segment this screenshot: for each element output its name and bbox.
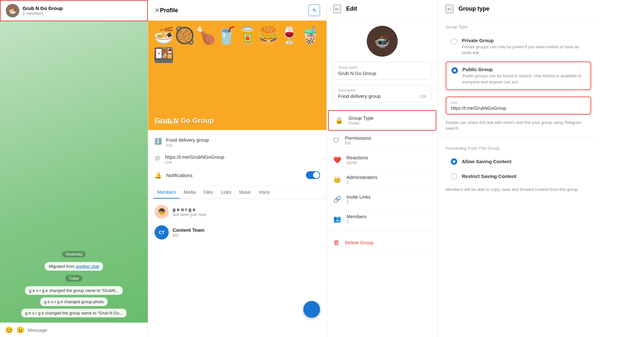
emoji-icon[interactable]: 😊 bbox=[5, 326, 13, 334]
edit-item-administrators[interactable]: 👑 Administrators 1 bbox=[327, 170, 438, 190]
chat-messages: Yesterday Migrated from another chat Tod… bbox=[0, 21, 148, 323]
group-type-panel: ← Group type Group Type Private Group Pr… bbox=[438, 0, 599, 337]
tab-media[interactable]: Media bbox=[180, 186, 200, 199]
public-group-title: Public Group bbox=[462, 67, 585, 72]
members-icon: 👥 bbox=[333, 215, 341, 223]
grouptype-divider bbox=[438, 136, 599, 137]
private-radio-content: Private Group Private groups can only be… bbox=[462, 38, 586, 56]
edit-item-invite-links[interactable]: 🔗 Invite Links 2 bbox=[327, 190, 438, 209]
tab-voice[interactable]: Voice bbox=[255, 186, 273, 199]
permissions-title: Permissions bbox=[345, 135, 431, 141]
invite-links-content: Invite Links 2 bbox=[346, 194, 431, 204]
permissions-icon: 🛡 bbox=[333, 137, 340, 144]
profile-info-link[interactable]: @ https://t.me/GrubNGoGroup Link bbox=[148, 151, 327, 168]
invite-links-title: Invite Links bbox=[346, 194, 431, 200]
another-chat-link[interactable]: another chat bbox=[76, 264, 99, 269]
admins-content: Administrators 1 bbox=[346, 174, 431, 185]
profile-close-button[interactable]: ✕ bbox=[155, 6, 160, 14]
public-radio-content: Public Group Public groups can be found … bbox=[462, 67, 585, 85]
chat-header[interactable]: 🍜 Grub N Go Group 2 members bbox=[0, 0, 148, 21]
profile-info-description: ℹ️ Food delivery group Info bbox=[148, 134, 327, 151]
day-label-yesterday: Yesterday bbox=[62, 251, 86, 257]
chat-bubble-3: g e o r g e changed the group name to "G… bbox=[21, 309, 127, 317]
grouptype-section: Group Type Private Group Private groups … bbox=[438, 18, 599, 94]
member-george[interactable]: 👦 g e o r g e last seen just now bbox=[148, 201, 327, 222]
edit-item-delete-group[interactable]: 🗑 Delete Group bbox=[327, 234, 438, 251]
edit-title: Edit bbox=[346, 5, 357, 12]
private-radio-circle bbox=[451, 38, 457, 45]
description-label: Info bbox=[166, 143, 209, 148]
tab-links[interactable]: Links bbox=[217, 186, 235, 199]
restrict-saving-option[interactable]: Restrict Saving Content bbox=[446, 169, 591, 183]
description-label: Description bbox=[338, 88, 426, 92]
description-value: Food delivery group bbox=[166, 137, 209, 143]
emoji-icon-2[interactable]: 😐 bbox=[16, 326, 24, 334]
profile-panel: ✕ Profile ✎ 🍜🥘🍗🥤🥫🍔🍷🧋🍱 Grub N Go Group 2 … bbox=[148, 0, 327, 337]
delete-content: Delete Group bbox=[345, 240, 431, 245]
edit-back-button[interactable]: ← bbox=[333, 5, 341, 13]
ct-avatar: CT bbox=[155, 225, 169, 239]
restrict-saving-radio bbox=[451, 173, 457, 180]
ct-info: Content Team bot bbox=[173, 227, 204, 238]
reactions-content: Reactions 40/40 bbox=[346, 155, 431, 165]
description-field[interactable]: Description Food delivery group 236 bbox=[333, 85, 431, 102]
notifications-toggle[interactable] bbox=[306, 171, 320, 179]
delete-icon: 🗑 bbox=[333, 239, 340, 246]
link-box-label: Link bbox=[451, 100, 586, 104]
public-group-desc: Public groups can be found in search, ch… bbox=[462, 73, 585, 85]
forwarding-hint: Members will be able to copy, save and f… bbox=[438, 187, 599, 198]
private-group-desc: Private groups can only be joined if you… bbox=[462, 44, 586, 56]
notifications-label: Notifications bbox=[166, 173, 193, 178]
tab-files[interactable]: Files bbox=[200, 186, 217, 199]
member-content-team[interactable]: CT Content Team bot bbox=[148, 222, 327, 243]
chat-input-bar: 😊 😐 bbox=[0, 323, 148, 337]
public-group-option[interactable]: Public Group Public groups can be found … bbox=[446, 61, 591, 90]
ct-status: bot bbox=[173, 233, 204, 238]
profile-title: Profile bbox=[160, 7, 178, 14]
reactions-icon: ❤️ bbox=[333, 156, 341, 164]
members-content: Members 2 bbox=[346, 214, 431, 224]
day-label-today: Today bbox=[65, 275, 82, 282]
edit-item-reactions[interactable]: ❤️ Reactions 40/40 bbox=[327, 150, 438, 170]
grouptype-header: ← Group type bbox=[438, 0, 599, 18]
description-value: Food delivery group bbox=[338, 93, 426, 99]
edit-list: 🔒 Group Type Public 🛡 Permissions 6/8 ❤️… bbox=[327, 110, 438, 251]
private-group-option[interactable]: Private Group Private groups can only be… bbox=[446, 33, 591, 60]
tab-members[interactable]: Members bbox=[153, 186, 180, 199]
group-type-sub: Public bbox=[348, 121, 429, 126]
tab-music[interactable]: Music bbox=[235, 186, 255, 199]
edit-item-group-type[interactable]: 🔒 Group Type Public bbox=[328, 110, 436, 131]
ct-name: Content Team bbox=[173, 227, 204, 233]
group-name-field[interactable]: Group name Grub N Go Group bbox=[333, 62, 431, 80]
chat-bubble-migrated: Migrated from another chat bbox=[45, 262, 103, 271]
edit-header: ← Edit bbox=[327, 0, 438, 18]
group-name-label: Group name bbox=[338, 65, 426, 69]
invite-links-sub: 2 bbox=[346, 200, 431, 204]
profile-edit-button[interactable]: ✎ bbox=[308, 5, 320, 16]
link-box[interactable]: Link https://t.me/GrubNGoGroup bbox=[446, 97, 591, 115]
profile-tabs: Members Media Files Links Music Voice bbox=[148, 186, 327, 199]
edit-avatar[interactable]: 🍜 📷 bbox=[367, 26, 398, 57]
public-radio-circle bbox=[451, 67, 458, 74]
george-status: last seen just now bbox=[173, 212, 206, 217]
notifications-left: 🔔 Notifications bbox=[155, 171, 193, 179]
reactions-sub: 40/40 bbox=[346, 160, 431, 165]
restrict-saving-label: Restrict Saving Content bbox=[462, 173, 516, 179]
edit-item-permissions[interactable]: 🛡 Permissions 6/8 bbox=[327, 131, 438, 150]
add-member-fab[interactable]: 👤 bbox=[303, 301, 320, 318]
forwarding-label: Forwarding From This Group bbox=[446, 146, 591, 151]
grouptype-title: Group type bbox=[459, 5, 489, 12]
edit-item-members[interactable]: 👥 Members 2 bbox=[327, 209, 438, 229]
chat-group-avatar: 🍜 bbox=[6, 4, 19, 17]
message-input[interactable] bbox=[28, 327, 143, 333]
private-group-title: Private Group bbox=[462, 38, 586, 43]
george-avatar: 👦 bbox=[155, 205, 169, 219]
grouptype-back-button[interactable]: ← bbox=[446, 5, 453, 13]
forwarding-section: Forwarding From This Group Allow Saving … bbox=[438, 139, 599, 187]
chat-members-count: 2 members bbox=[23, 11, 63, 16]
allow-saving-option[interactable]: Allow Saving Content bbox=[446, 154, 591, 168]
admins-title: Administrators bbox=[346, 174, 431, 180]
link-label: Link bbox=[165, 160, 224, 165]
members-sub: 2 bbox=[346, 219, 431, 224]
add-member-icon: 👤 bbox=[308, 305, 316, 314]
